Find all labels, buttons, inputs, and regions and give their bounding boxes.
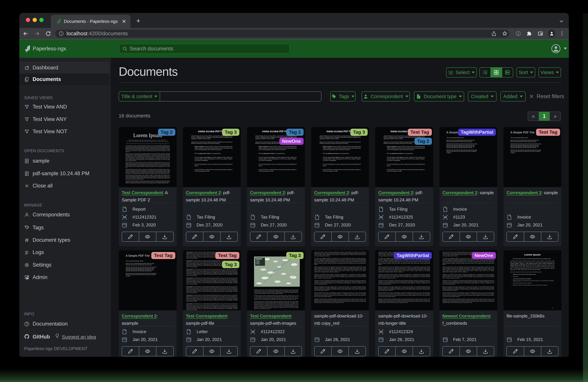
svg-text:Google Earth: Google Earth: [255, 285, 261, 286]
